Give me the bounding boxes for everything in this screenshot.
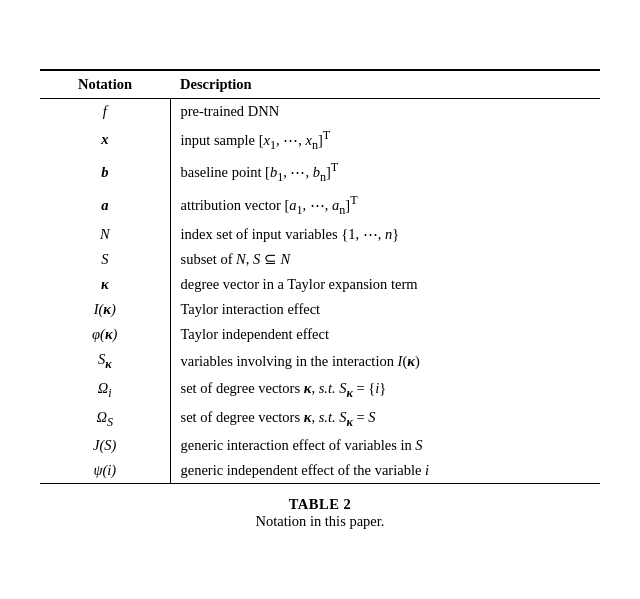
table-row: xinput sample [x1, ⋯, xn]T	[40, 124, 600, 157]
notation-cell: x	[40, 124, 170, 157]
notation-cell: a	[40, 189, 170, 222]
notation-cell: N	[40, 222, 170, 247]
description-cell: degree vector in a Taylor expansion term	[170, 272, 600, 297]
table-row: κdegree vector in a Taylor expansion ter…	[40, 272, 600, 297]
table-row: Ssubset of N, S ⊆ N	[40, 247, 600, 272]
table-row: aattribution vector [a1, ⋯, an]T	[40, 189, 600, 222]
description-cell: attribution vector [a1, ⋯, an]T	[170, 189, 600, 222]
description-cell: generic independent effect of the variab…	[170, 458, 600, 484]
col-description-header: Description	[170, 70, 600, 99]
description-cell: pre-trained DNN	[170, 98, 600, 124]
notation-cell: ΩS	[40, 405, 170, 434]
description-cell: set of degree vectors κ, s.t. Sκ = S	[170, 405, 600, 434]
notation-cell: b	[40, 156, 170, 189]
notation-cell: κ	[40, 272, 170, 297]
table-row: ψ(i)generic independent effect of the va…	[40, 458, 600, 484]
description-cell: Taylor interaction effect	[170, 297, 600, 322]
description-cell: Taylor independent effect	[170, 322, 600, 347]
description-cell: generic interaction effect of variables …	[170, 433, 600, 458]
notation-cell: Sκ	[40, 347, 170, 376]
description-cell: subset of N, S ⊆ N	[170, 247, 600, 272]
notation-cell: φ(κ)	[40, 322, 170, 347]
description-cell: baseline point [b1, ⋯, bn]T	[170, 156, 600, 189]
caption-subtitle: Notation in this paper.	[40, 513, 600, 530]
table-row: Ωiset of degree vectors κ, s.t. Sκ = {i}	[40, 376, 600, 405]
col-notation-header: Notation	[40, 70, 170, 99]
notation-table: Notation Description fpre-trained DNNxin…	[40, 69, 600, 485]
table-row: Nindex set of input variables {1, ⋯, n}	[40, 222, 600, 247]
table-wrapper: Notation Description fpre-trained DNNxin…	[40, 69, 600, 531]
notation-cell: I(κ)	[40, 297, 170, 322]
table-row: fpre-trained DNN	[40, 98, 600, 124]
description-cell: set of degree vectors κ, s.t. Sκ = {i}	[170, 376, 600, 405]
description-cell: variables involving in the interaction I…	[170, 347, 600, 376]
caption-title: TABLE 2	[40, 496, 600, 513]
table-row: bbaseline point [b1, ⋯, bn]T	[40, 156, 600, 189]
table-row: φ(κ)Taylor independent effect	[40, 322, 600, 347]
table-row: Sκvariables involving in the interaction…	[40, 347, 600, 376]
notation-cell: S	[40, 247, 170, 272]
notation-cell: ψ(i)	[40, 458, 170, 484]
page-container: Notation Description fpre-trained DNNxin…	[0, 49, 640, 551]
table-row: J(S)generic interaction effect of variab…	[40, 433, 600, 458]
description-cell: input sample [x1, ⋯, xn]T	[170, 124, 600, 157]
notation-cell: f	[40, 98, 170, 124]
table-row: ΩSset of degree vectors κ, s.t. Sκ = S	[40, 405, 600, 434]
table-caption: TABLE 2 Notation in this paper.	[40, 496, 600, 530]
table-row: I(κ)Taylor interaction effect	[40, 297, 600, 322]
notation-cell: Ωi	[40, 376, 170, 405]
description-cell: index set of input variables {1, ⋯, n}	[170, 222, 600, 247]
notation-cell: J(S)	[40, 433, 170, 458]
